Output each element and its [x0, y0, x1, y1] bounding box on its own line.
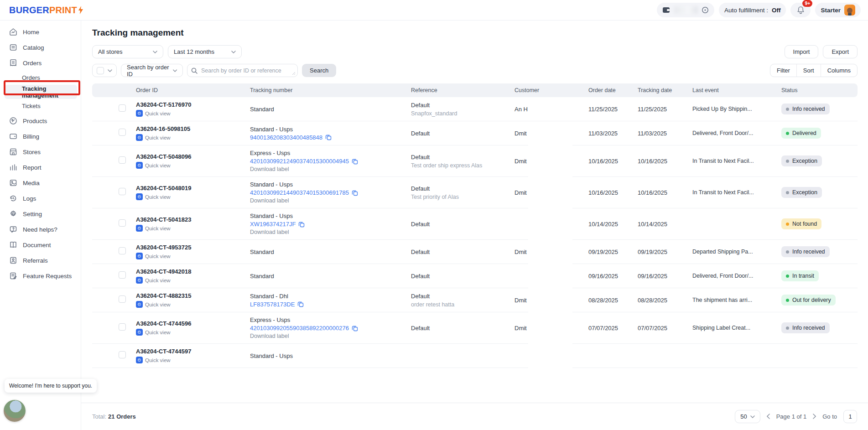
- col-header-customer: Customer: [515, 87, 588, 93]
- brand-part2: PRINT: [49, 5, 77, 16]
- columns-button[interactable]: Columns: [821, 64, 857, 77]
- copy-icon[interactable]: [352, 190, 358, 196]
- select-all-dropdown[interactable]: [92, 64, 117, 77]
- tracking-number-link[interactable]: XW196374217JF: [250, 221, 296, 228]
- sidebar-item-catalog[interactable]: Catalog: [0, 40, 81, 55]
- sidebar-item-stores[interactable]: Stores: [0, 144, 81, 160]
- next-page-button[interactable]: [813, 413, 816, 420]
- visibility-eye-icon[interactable]: [702, 6, 709, 14]
- resize-handle-icon[interactable]: [292, 72, 296, 75]
- tracking-date: 11/03/2025: [638, 130, 692, 137]
- table-row: A36204-CT-4744597 Quick view Standard - …: [92, 344, 858, 368]
- sidebar-item-need-helps[interactable]: Need helps?: [0, 222, 81, 237]
- tracking-number-link[interactable]: 9400136208303400485848: [250, 134, 322, 141]
- balance-pill[interactable]: [657, 3, 714, 17]
- row-checkbox[interactable]: [119, 351, 126, 358]
- quick-view-button[interactable]: Quick view: [136, 253, 245, 259]
- order-date: 10/14/2025: [588, 221, 638, 228]
- quick-view-button[interactable]: Quick view: [136, 110, 245, 117]
- row-checkbox[interactable]: [119, 323, 126, 331]
- sidebar-item-products[interactable]: Products: [0, 113, 81, 129]
- import-button[interactable]: Import: [785, 45, 819, 58]
- goto-page-input[interactable]: [843, 410, 857, 423]
- quick-view-button[interactable]: Quick view: [136, 329, 245, 336]
- row-checkbox[interactable]: [119, 271, 126, 279]
- quick-view-button[interactable]: Quick view: [136, 357, 245, 363]
- search-type-select[interactable]: Search by order ID: [121, 64, 183, 77]
- page-size-select[interactable]: 50: [735, 410, 760, 423]
- auto-fulfillment-pill[interactable]: Auto fulfillment : Off: [719, 3, 786, 17]
- download-label-link[interactable]: Download label: [250, 166, 406, 172]
- quick-view-button[interactable]: Quick view: [136, 134, 245, 141]
- store-filter-select[interactable]: All stores: [92, 45, 163, 58]
- notifications-button[interactable]: 9+: [790, 3, 811, 17]
- sidebar-item-feature-requests[interactable]: Feature Requests: [0, 268, 81, 284]
- quick-view-button[interactable]: Quick view: [136, 193, 245, 200]
- table-row: A36204-CT-5048096 Quick view Express - U…: [92, 145, 858, 177]
- row-checkbox[interactable]: [119, 129, 126, 136]
- support-agent-avatar[interactable]: [4, 400, 26, 422]
- filter-button[interactable]: Filter: [770, 64, 796, 77]
- sidebar-item-setting[interactable]: Setting: [0, 206, 81, 222]
- row-checkbox[interactable]: [119, 104, 126, 112]
- row-checkbox[interactable]: [119, 219, 126, 227]
- tracking-number-link[interactable]: 420103099205590385892200000276: [250, 325, 349, 332]
- last-event: Shipping Label Creat...: [692, 325, 777, 331]
- export-button[interactable]: Export: [823, 45, 858, 58]
- account-pill[interactable]: Starter: [815, 3, 861, 17]
- sidebar-item-orders-sub[interactable]: Orders: [0, 71, 81, 85]
- status-badge: Delivered: [781, 128, 821, 139]
- sidebar-item-orders[interactable]: Orders: [0, 55, 81, 71]
- ship-method: Standard - Usps: [250, 181, 406, 188]
- status-badge: Info received: [781, 246, 830, 257]
- reference: Default: [411, 249, 510, 255]
- quick-view-button[interactable]: Quick view: [136, 277, 245, 284]
- setting-icon: [9, 210, 17, 218]
- brand-logo[interactable]: BURGERPRINT: [9, 5, 84, 16]
- tracking-number-link[interactable]: LF837578173DE: [250, 301, 295, 308]
- search-button[interactable]: Search: [302, 64, 336, 77]
- order-id: A36204-CT-5048019: [136, 185, 245, 192]
- sidebar-item-tracking-management[interactable]: Tracking management: [5, 85, 77, 99]
- sidebar-item-referrals[interactable]: Referrals: [0, 253, 81, 268]
- prev-page-button[interactable]: [767, 413, 770, 420]
- copy-icon[interactable]: [325, 134, 332, 140]
- copy-icon[interactable]: [297, 301, 304, 307]
- download-label-link[interactable]: Download label: [250, 333, 406, 339]
- sidebar-item-home[interactable]: Home: [0, 24, 81, 40]
- quick-view-button[interactable]: Quick view: [136, 162, 245, 169]
- download-label-link[interactable]: Download label: [250, 197, 406, 204]
- quick-view-button[interactable]: Quick view: [136, 301, 245, 308]
- row-checkbox[interactable]: [119, 156, 126, 164]
- select-all-checkbox[interactable]: [97, 67, 104, 74]
- quick-view-label: Quick view: [145, 302, 171, 307]
- sidebar-item-logs[interactable]: Logs: [0, 191, 81, 206]
- sidebar-item-media[interactable]: Media: [0, 175, 81, 191]
- row-checkbox[interactable]: [119, 247, 126, 254]
- period-filter-select[interactable]: Last 12 months: [168, 45, 242, 58]
- bell-icon: [797, 6, 805, 14]
- sidebar-item-billing[interactable]: Billing: [0, 129, 81, 144]
- goto-label: Go to: [822, 413, 837, 420]
- sidebar-item-tickets[interactable]: Tickets: [0, 99, 81, 113]
- sidebar-item-report[interactable]: Report: [0, 160, 81, 175]
- quick-view-icon: [136, 162, 143, 169]
- sort-button[interactable]: Sort: [796, 64, 821, 77]
- tracking-number-link[interactable]: 420103099214490374015300691785: [250, 189, 349, 196]
- quick-view-label: Quick view: [145, 357, 171, 363]
- search-input[interactable]: [201, 67, 283, 74]
- copy-icon[interactable]: [352, 158, 358, 165]
- row-checkbox[interactable]: [119, 295, 126, 303]
- sidebar-item-document[interactable]: Document: [0, 237, 81, 253]
- reference: Default: [411, 154, 510, 161]
- status-dot: [786, 223, 789, 226]
- download-label-link[interactable]: Download label: [250, 229, 406, 235]
- quick-view-button[interactable]: Quick view: [136, 225, 245, 232]
- reference: Default: [411, 293, 510, 300]
- copy-icon[interactable]: [352, 325, 358, 332]
- status-dot: [786, 132, 789, 135]
- copy-icon[interactable]: [298, 221, 305, 228]
- row-checkbox[interactable]: [119, 188, 126, 195]
- tracking-number-link[interactable]: 420103099212490374015300004945: [250, 158, 349, 165]
- quick-view-label: Quick view: [145, 194, 171, 200]
